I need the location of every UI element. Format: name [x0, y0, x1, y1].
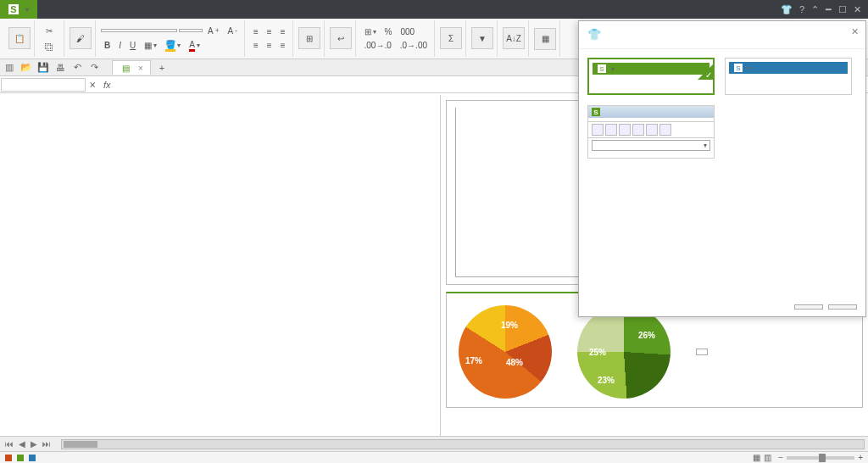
- status-indicator-blue: [29, 455, 36, 461]
- skin-name-label: [729, 84, 848, 89]
- sheet-tab-bar: ⏮ ◀ ▶ ⏭: [0, 436, 868, 451]
- help-icon[interactable]: ?: [799, 4, 804, 15]
- merge-group: ⊞: [295, 20, 325, 57]
- qat-save-button[interactable]: 💾: [37, 62, 49, 74]
- bold-button[interactable]: B: [101, 39, 114, 52]
- zoom-slider[interactable]: [787, 456, 854, 460]
- spreadsheet-grid[interactable]: [0, 95, 441, 441]
- autofilter-group: ▼: [468, 20, 498, 57]
- sheet-nav: ⏮ ◀ ▶ ⏭: [3, 439, 53, 449]
- document-tab[interactable]: ▤ ×: [112, 60, 151, 75]
- cancel-button[interactable]: [828, 304, 857, 310]
- view-normal-icon[interactable]: ▦: [753, 453, 760, 462]
- maximize-button[interactable]: ☐: [838, 4, 847, 15]
- cancel-formula-icon[interactable]: ⨯: [86, 79, 98, 91]
- decrease-decimal-button[interactable]: .0→.00: [397, 39, 431, 52]
- align-bottom-button[interactable]: ≡: [277, 25, 289, 38]
- ribbon-min-icon[interactable]: ⌃: [811, 4, 819, 15]
- wrap-group: ↩: [326, 20, 356, 57]
- border-button[interactable]: ▦▾: [141, 39, 160, 52]
- zoom-out-button[interactable]: −: [778, 453, 783, 462]
- doc-icon: ▤: [120, 62, 131, 74]
- close-icon[interactable]: ✕: [851, 26, 859, 37]
- currency-button[interactable]: ⊞▾: [361, 25, 380, 38]
- skin-card-classic[interactable]: S ▾: [587, 105, 715, 159]
- grow-font-button[interactable]: A+: [204, 25, 223, 37]
- status-indicator-green: [17, 455, 24, 461]
- zoom-in-button[interactable]: +: [858, 453, 863, 462]
- increase-decimal-button[interactable]: .00→.0: [361, 39, 395, 52]
- app-logo-icon: S: [8, 4, 19, 14]
- align-center-button[interactable]: ≡: [264, 39, 275, 52]
- font-group: A+ A- B I U ▦▾ 🪣▾ A▾: [97, 20, 245, 57]
- close-doc-icon[interactable]: ×: [138, 64, 143, 73]
- skin-card-water-blue[interactable]: S▾: [725, 58, 852, 95]
- cut-button[interactable]: ✂: [40, 23, 60, 38]
- qat-open-button[interactable]: 📂: [20, 62, 32, 74]
- align-right-button[interactable]: ≡: [277, 39, 289, 52]
- percent-button[interactable]: %: [381, 25, 396, 38]
- italic-button[interactable]: I: [115, 39, 125, 52]
- underline-button[interactable]: U: [126, 39, 139, 52]
- paste-group: 📋: [5, 20, 35, 57]
- status-bar: ▦ ▥ − +: [0, 451, 868, 463]
- check-icon: [698, 64, 713, 80]
- merge-button[interactable]: ⊞: [298, 27, 320, 49]
- align-group: ≡ ≡ ≡ ≡ ≡ ≡: [247, 20, 293, 57]
- font-family-select[interactable]: [101, 29, 177, 32]
- skin-card-elegant-black[interactable]: S▾: [587, 58, 715, 95]
- sort-button[interactable]: A↓Z: [503, 27, 525, 49]
- align-middle-button[interactable]: ≡: [264, 25, 275, 38]
- classic-font-select: ▾: [592, 140, 710, 151]
- paste-button[interactable]: 📋: [8, 27, 31, 49]
- copy-button[interactable]: ⿻: [40, 39, 60, 54]
- skin-manager-footer: [794, 304, 857, 310]
- shirt-icon: 👕: [587, 28, 601, 42]
- status-indicator-red: [5, 455, 12, 461]
- horizontal-scrollbar[interactable]: [61, 439, 865, 449]
- pie-chart-2: 26% 23% 25%: [577, 305, 670, 399]
- view-page-icon[interactable]: ▥: [764, 453, 771, 462]
- align-left-button[interactable]: ≡: [250, 39, 262, 52]
- skin-manager-panel: 👕 ✕ S▾ S▾ S ▾: [578, 20, 866, 317]
- minimize-button[interactable]: ━: [826, 4, 832, 15]
- chevron-down-icon: ▾: [25, 6, 29, 14]
- qat-redo-button[interactable]: ↷: [88, 62, 100, 74]
- format-painter-button[interactable]: 🖌: [70, 27, 92, 49]
- fill-color-button[interactable]: 🪣▾: [162, 38, 184, 53]
- new-tab-button[interactable]: +: [156, 62, 168, 74]
- qat-print-button[interactable]: 🖶: [54, 62, 66, 74]
- autosum-button[interactable]: Σ: [440, 27, 462, 49]
- font-color-button[interactable]: A▾: [186, 38, 203, 53]
- skin-name-label: [593, 85, 709, 90]
- skin-name-label: [588, 153, 714, 158]
- prev-sheet-button[interactable]: ◀: [17, 439, 27, 449]
- format-button[interactable]: ▦: [534, 28, 556, 50]
- autofilter-button[interactable]: ▼: [471, 27, 493, 49]
- app-menu-button[interactable]: S ▾: [0, 0, 37, 19]
- scissors-icon: ✂: [43, 25, 55, 36]
- zoom-control: ▦ ▥ − +: [753, 453, 863, 462]
- qat-undo-button[interactable]: ↶: [71, 62, 83, 74]
- align-top-button[interactable]: ≡: [250, 25, 262, 38]
- shirt-icon[interactable]: 👕: [781, 4, 793, 15]
- clipboard-group: ✂ ⿻: [36, 20, 64, 57]
- qat-new-button[interactable]: ▥: [3, 62, 15, 74]
- pie-legend: [696, 349, 708, 355]
- skin-manager-header: 👕: [579, 21, 865, 49]
- comma-button[interactable]: 000: [397, 25, 418, 38]
- shrink-font-button[interactable]: A-: [225, 25, 241, 37]
- fx-icon[interactable]: fx: [98, 80, 116, 90]
- font-size-select[interactable]: [179, 29, 203, 32]
- name-box[interactable]: [1, 78, 86, 92]
- next-sheet-button[interactable]: ▶: [29, 439, 39, 449]
- format-group: ▦: [531, 20, 560, 57]
- last-sheet-button[interactable]: ⏭: [41, 439, 53, 449]
- format-painter-group: 🖌: [66, 20, 96, 57]
- close-button[interactable]: ✕: [854, 4, 861, 15]
- title-bar: S ▾ 👕 ? ⌃ ━ ☐ ✕: [0, 0, 868, 19]
- ok-button[interactable]: [794, 304, 823, 310]
- wrap-text-button[interactable]: ↩: [330, 27, 352, 49]
- copy-icon: ⿻: [43, 41, 55, 53]
- first-sheet-button[interactable]: ⏮: [3, 439, 15, 449]
